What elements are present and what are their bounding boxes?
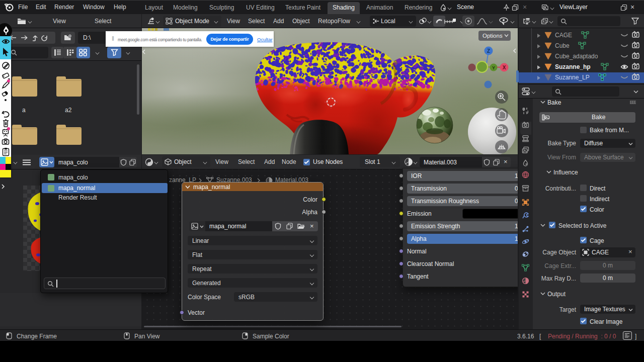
svg-text:Options: Options bbox=[482, 33, 503, 39]
svg-text:X: X bbox=[503, 65, 506, 70]
svg-text:Z: Z bbox=[487, 48, 490, 54]
svg-text:Y: Y bbox=[492, 65, 495, 70]
